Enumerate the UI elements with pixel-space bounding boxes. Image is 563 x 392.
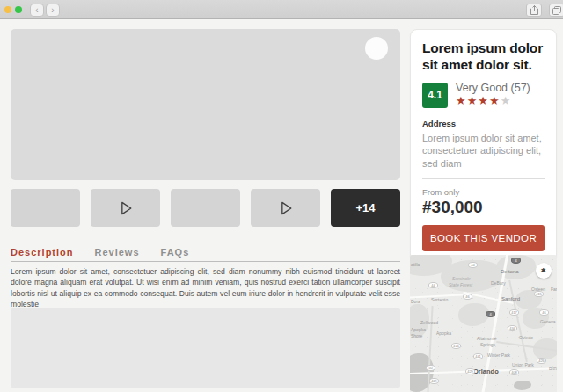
price-prefix: From only bbox=[422, 187, 545, 197]
description-text: Lorem ipsum dolor sit amet, consectetuer… bbox=[11, 266, 400, 310]
star-icon: ★ bbox=[489, 94, 501, 107]
thumbnail-image[interactable] bbox=[171, 189, 240, 227]
tab-faqs[interactable]: FAQs bbox=[161, 247, 190, 258]
route-shield: 46 bbox=[539, 309, 549, 316]
thumbnail-image[interactable] bbox=[11, 189, 80, 227]
map-place-label: Geneva bbox=[540, 319, 556, 324]
map-place-label: Farm bbox=[551, 287, 557, 292]
map-place-label: Sorrento bbox=[431, 297, 448, 302]
interstate-shield: 4 bbox=[511, 258, 521, 264]
route-shield: 426 bbox=[537, 358, 546, 364]
star-icon: ★ bbox=[467, 94, 479, 107]
back-button[interactable]: ‹ bbox=[30, 4, 44, 17]
map-place-label: Union Park bbox=[512, 362, 534, 367]
route-shield: 429 bbox=[429, 378, 439, 384]
star-icon: ★ bbox=[478, 94, 489, 107]
thumbnail-strip: +14 bbox=[11, 189, 400, 227]
rating-badge: 4.1 bbox=[422, 83, 448, 108]
vendor-title: Lorem ipsum dolor sit amet dolor sit. bbox=[422, 40, 545, 74]
route-shield: 417 bbox=[509, 309, 519, 316]
map-place-label: State Forest bbox=[449, 282, 472, 287]
map-place-label: Springs bbox=[480, 342, 495, 347]
route-shield: 414 bbox=[451, 343, 461, 349]
thumbnail-video[interactable] bbox=[91, 189, 160, 227]
hero-image-placeholder[interactable] bbox=[11, 29, 400, 180]
route-shield: 50 bbox=[426, 365, 435, 371]
card-divider bbox=[422, 178, 545, 179]
route-shield: 415 bbox=[534, 291, 544, 297]
browser-window: ‹ › +14 DescriptionReviewsFAQs Lorem ips… bbox=[0, 0, 563, 392]
map-place-label: Altamonte bbox=[477, 336, 497, 341]
map-lake bbox=[514, 381, 531, 390]
star-rating: ★★★★★ bbox=[456, 95, 530, 107]
content-placeholder bbox=[11, 308, 400, 388]
map-place-label: Apopka bbox=[436, 330, 451, 336]
tab-overview-icon bbox=[552, 6, 561, 15]
map-place-label: Oviedo bbox=[519, 335, 533, 340]
address-label: Address bbox=[422, 119, 545, 128]
price: #30,000 bbox=[422, 198, 545, 217]
star-icon: ★ bbox=[456, 94, 467, 107]
window-zoom-button[interactable] bbox=[15, 6, 22, 13]
location-map[interactable]: atillaDeltonaSeminoleState ForestDeBaryO… bbox=[410, 255, 557, 392]
map-place-label: Apopka bbox=[411, 327, 426, 332]
tab-overview-button[interactable] bbox=[549, 4, 563, 17]
tabs: DescriptionReviewsFAQs bbox=[11, 247, 400, 258]
window-minimize-button[interactable] bbox=[4, 6, 11, 13]
play-icon bbox=[277, 200, 295, 217]
forward-button[interactable]: › bbox=[46, 4, 60, 17]
map-terrain bbox=[458, 303, 489, 326]
more-photos-button[interactable]: +14 bbox=[331, 189, 400, 227]
map-place-label: atilla bbox=[411, 262, 420, 267]
rating-label: Very Good (57) bbox=[456, 83, 530, 95]
play-icon bbox=[117, 200, 135, 217]
route-shield: 44 bbox=[468, 262, 478, 268]
map-place-label: Orlando bbox=[473, 367, 499, 375]
route-shield: 408 bbox=[509, 369, 519, 375]
share-icon bbox=[530, 5, 538, 15]
map-place-label: Bithlo bbox=[549, 366, 557, 371]
favorite-button[interactable] bbox=[365, 37, 388, 60]
address-text: Lorem ipsum dolor sit amet, consectetuer… bbox=[422, 132, 545, 171]
book-vendor-button[interactable]: BOOK THIS VENDOR bbox=[422, 225, 545, 251]
vendor-card: Lorem ipsum dolor sit amet dolor sit. 4.… bbox=[410, 29, 557, 262]
star-icon: ★ bbox=[501, 94, 512, 107]
route-shield: 441 bbox=[473, 353, 483, 359]
map-place-label: DeBary bbox=[491, 280, 506, 286]
map-place-label: Winter Park bbox=[487, 352, 510, 358]
rating-row: 4.1 Very Good (57) ★★★★★ bbox=[422, 83, 545, 108]
map-place-label: Dora bbox=[411, 299, 420, 304]
route-shield: 46 bbox=[463, 294, 472, 300]
tab-description[interactable]: Description bbox=[11, 247, 74, 258]
tab-divider bbox=[11, 261, 400, 262]
route-shield: 44 bbox=[428, 282, 438, 288]
share-button[interactable] bbox=[526, 4, 542, 17]
map-place-label: Deltona bbox=[501, 269, 519, 274]
map-place-label: Shore bbox=[411, 333, 422, 338]
map-place-label: Sanford bbox=[501, 296, 520, 301]
map-control-button[interactable]: ✱ bbox=[536, 263, 552, 279]
tab-reviews[interactable]: Reviews bbox=[95, 247, 140, 258]
browser-titlebar: ‹ › bbox=[0, 0, 563, 19]
thumbnail-video[interactable] bbox=[251, 189, 320, 227]
route-shield: 434 bbox=[508, 325, 517, 331]
map-place-label: Zellwood bbox=[420, 320, 438, 325]
route-shield: 429 bbox=[465, 368, 475, 374]
map-place-label: Seminole bbox=[452, 276, 471, 281]
interstate-shield: 4 bbox=[486, 311, 495, 317]
